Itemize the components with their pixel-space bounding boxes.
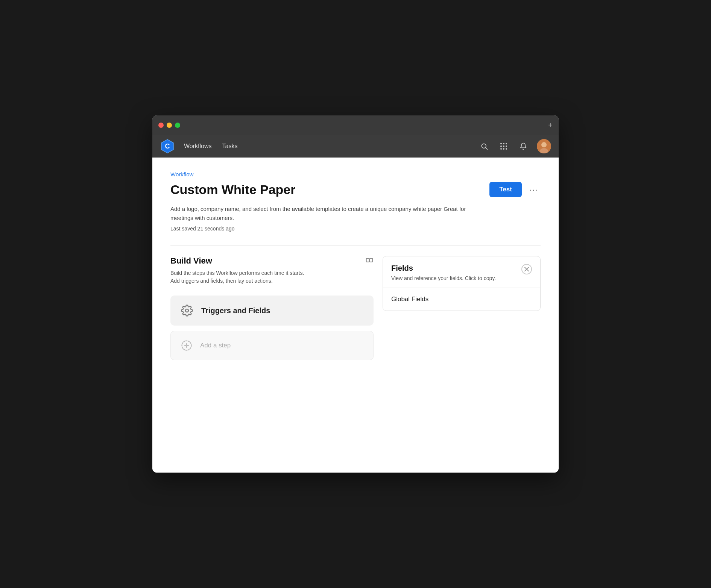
svg-point-9 [185, 309, 188, 312]
minimize-button[interactable] [167, 123, 172, 128]
last-saved-text: Last saved 21 seconds ago [170, 226, 541, 232]
svg-rect-8 [370, 258, 372, 262]
fields-description: View and reference your fields. Click to… [391, 275, 496, 282]
resize-icon[interactable] [365, 256, 374, 266]
nav-workflows[interactable]: Workflows [184, 143, 212, 150]
add-step-card[interactable]: Add a step [170, 331, 374, 360]
fields-header: Fields View and reference your fields. C… [383, 256, 540, 288]
avatar[interactable] [537, 139, 551, 153]
app-window: + C Workflows Tasks [152, 115, 559, 473]
add-step-icon [180, 339, 193, 352]
divider [170, 245, 541, 246]
grid-icon[interactable] [498, 140, 510, 152]
svg-line-3 [486, 148, 488, 150]
svg-point-10 [182, 341, 191, 350]
maximize-button[interactable] [175, 123, 180, 128]
close-fields-button[interactable] [521, 264, 532, 274]
global-fields-item[interactable]: Global Fields [383, 288, 540, 311]
header-actions: Test ··· [489, 182, 541, 197]
content-area: Build View Build the steps this Workflow… [170, 256, 541, 360]
more-options-button[interactable]: ··· [527, 183, 541, 196]
fields-panel: Fields View and reference your fields. C… [383, 256, 541, 311]
add-step-label: Add a step [200, 342, 231, 349]
page-header: Custom White Paper Test ··· [170, 182, 541, 197]
build-description: Build the steps this Workflow performs e… [170, 269, 374, 285]
triggers-label: Triggers and Fields [201, 306, 270, 315]
add-tab-button[interactable]: + [548, 121, 553, 129]
close-button[interactable] [158, 123, 164, 128]
svg-point-5 [541, 142, 547, 147]
main-content: Workflow Custom White Paper Test ··· Add… [152, 158, 559, 473]
logo-icon: C [160, 139, 175, 154]
test-button[interactable]: Test [489, 182, 522, 197]
navbar-actions [478, 139, 551, 153]
fields-title: Fields [391, 264, 496, 273]
app-logo[interactable]: C [160, 139, 175, 154]
build-view-panel: Build View Build the steps this Workflow… [170, 256, 374, 360]
breadcrumb[interactable]: Workflow [170, 171, 541, 177]
build-view-title: Build View [170, 256, 212, 266]
notification-icon[interactable] [517, 140, 529, 152]
build-panel-header: Build View [170, 256, 374, 266]
main-nav: Workflows Tasks [184, 143, 478, 150]
search-icon[interactable] [478, 140, 490, 152]
nav-tasks[interactable]: Tasks [222, 143, 238, 150]
gear-icon [179, 303, 194, 318]
page-description: Add a logo, company name, and select fro… [170, 205, 479, 223]
svg-text:C: C [165, 142, 170, 150]
svg-rect-7 [366, 258, 369, 262]
traffic-lights [158, 123, 180, 128]
page-title: Custom White Paper [170, 182, 295, 197]
navbar: C Workflows Tasks [152, 135, 559, 158]
triggers-fields-card[interactable]: Triggers and Fields [170, 296, 374, 326]
titlebar: + [152, 115, 559, 135]
